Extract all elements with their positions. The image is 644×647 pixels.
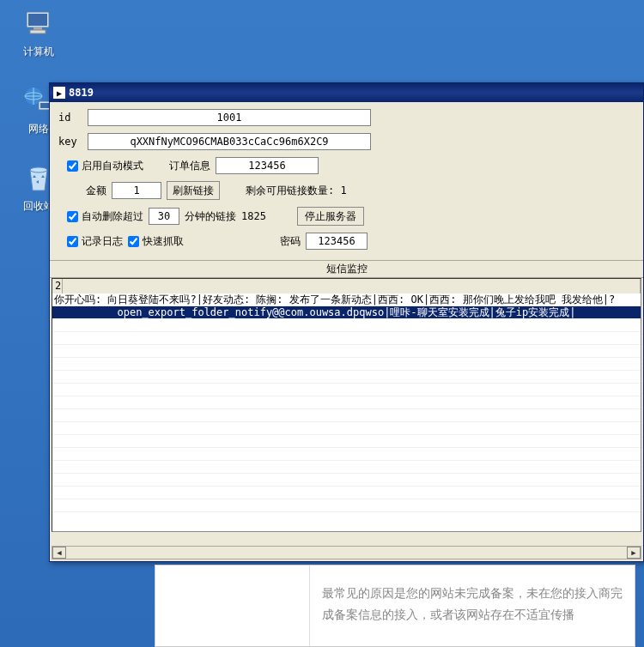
list-row[interactable] xyxy=(52,448,641,461)
browser-region: 最常见的原因是您的网站未完成备案，未在您的接入商完成备案信息的接入，或者该网站存… xyxy=(155,565,635,647)
list-row[interactable] xyxy=(52,422,641,435)
password-input[interactable] xyxy=(306,233,368,250)
desktop-icon-label: 计算机 xyxy=(9,45,69,59)
autodel-suffix: 分钟的链接 xyxy=(185,209,236,224)
list-row-selected[interactable]: open_export_folder_notify@@com.ouwsa.dpq… xyxy=(52,306,641,319)
desktop-icon-computer[interactable]: 计算机 xyxy=(9,7,69,59)
svg-rect-1 xyxy=(28,14,47,26)
window-title: 8819 xyxy=(69,87,94,99)
key-label: key xyxy=(58,136,82,148)
id-label: id xyxy=(58,112,82,124)
scroll-left-button[interactable]: ◀ xyxy=(52,547,66,559)
list-row[interactable] xyxy=(52,499,641,512)
list-header: 2 xyxy=(52,279,641,293)
sms-monitor-header: 短信监控 xyxy=(50,260,643,278)
browser-sidebar xyxy=(155,565,310,646)
checkbox-auto[interactable] xyxy=(67,160,78,172)
cb-autodelete[interactable]: 自动删除超过 xyxy=(67,209,143,224)
app-icon: ▶ xyxy=(53,87,65,99)
checkbox-fast[interactable] xyxy=(128,236,139,247)
list-row[interactable] xyxy=(52,371,641,384)
order-info-input[interactable] xyxy=(216,157,319,174)
order-info-label: 订单信息 xyxy=(169,159,210,173)
cb-auto-mode[interactable]: 启用自动模式 xyxy=(67,159,143,173)
list-row[interactable] xyxy=(52,345,641,358)
list-row[interactable] xyxy=(52,435,641,448)
svg-point-8 xyxy=(30,167,47,172)
svg-rect-7 xyxy=(40,103,49,108)
list-row[interactable]: 你开心吗: 向日葵登陆不来吗?|好友动态: 陈搁: 发布了一条新动态|西西: O… xyxy=(52,293,641,306)
password-label: 密码 xyxy=(280,234,301,249)
list-row[interactable] xyxy=(52,319,641,332)
titlebar[interactable]: ▶ 8819 xyxy=(50,83,643,102)
refresh-link-button[interactable]: 刷新链接 xyxy=(167,181,220,200)
browser-error-text: 最常见的原因是您的网站未完成备案，未在您的接入商完成备案信息的接入，或者该网站存… xyxy=(310,565,635,646)
list-row[interactable] xyxy=(52,487,641,499)
list-row[interactable] xyxy=(52,358,641,371)
svg-rect-3 xyxy=(30,30,46,33)
amount-label: 金额 xyxy=(86,184,106,198)
list-row[interactable] xyxy=(52,474,641,487)
form-area: id key 启用自动模式 订单信息 金额 刷新链接 剩余可用链接数量: 1 xyxy=(50,102,643,260)
horizontal-scrollbar[interactable]: ◀ ▶ xyxy=(52,546,641,559)
cb-log[interactable]: 记录日志 xyxy=(67,234,123,249)
amount-input[interactable] xyxy=(112,182,161,199)
list-row[interactable] xyxy=(52,332,641,345)
list-row[interactable] xyxy=(52,461,641,474)
app-window: ▶ 8819 id key 启用自动模式 订单信息 金额 刷新链接 剩余可用链接… xyxy=(49,82,644,562)
cb-fastgrab[interactable]: 快速抓取 xyxy=(128,234,184,249)
autodel-minutes-input[interactable] xyxy=(149,208,179,225)
id-input[interactable] xyxy=(88,109,371,126)
list-col-left[interactable]: 2 xyxy=(52,279,63,293)
scroll-right-button[interactable]: ▶ xyxy=(627,547,641,559)
checkbox-log[interactable] xyxy=(67,236,78,247)
remaining-links-label: 剩余可用链接数量: 1 xyxy=(246,184,347,198)
list-row[interactable] xyxy=(52,384,641,396)
list-col-main[interactable] xyxy=(63,279,641,293)
sms-monitor-list[interactable]: 2 你开心吗: 向日葵登陆不来吗?|好友动态: 陈搁: 发布了一条新动态|西西:… xyxy=(52,278,641,532)
list-row[interactable] xyxy=(52,409,641,422)
key-input[interactable] xyxy=(88,133,371,150)
scroll-track[interactable] xyxy=(66,547,627,559)
stop-server-button[interactable]: 停止服务器 xyxy=(297,207,364,226)
autodel-count: 1825 xyxy=(241,210,266,222)
list-row[interactable] xyxy=(52,396,641,409)
checkbox-autodel[interactable] xyxy=(67,211,78,222)
computer-icon xyxy=(21,7,56,41)
